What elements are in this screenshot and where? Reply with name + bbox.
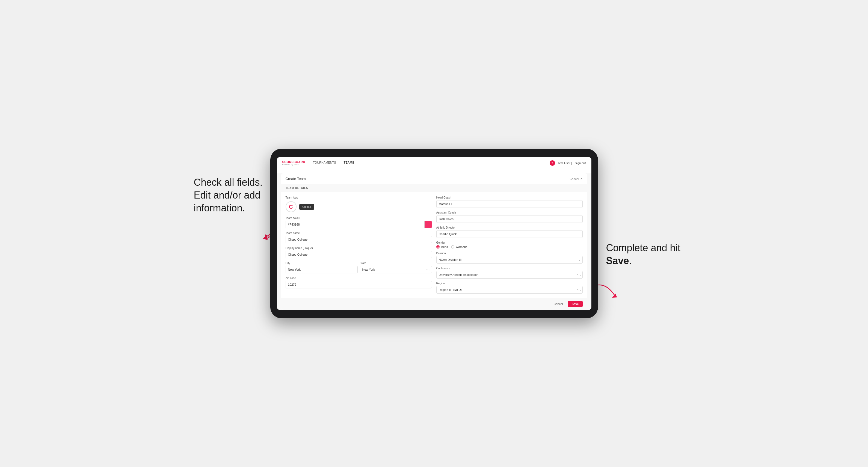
region-clear-icon[interactable]: ✕ [577, 288, 579, 291]
gender-mens-option[interactable]: Mens [436, 245, 448, 249]
asst-coach-input[interactable] [436, 215, 583, 223]
conference-label: Conference [436, 267, 583, 270]
logo: SCOREBOARD Powered by clippd [282, 160, 305, 165]
logo-area: C Upload [286, 201, 432, 212]
cancel-x-button[interactable]: Cancel ✕ [569, 177, 582, 181]
save-button[interactable]: Save [568, 301, 583, 307]
page-wrapper: Check all fields. Edit and/or add inform… [270, 149, 598, 318]
user-label: Test User | [558, 161, 572, 165]
colour-row [286, 221, 432, 228]
navbar: SCOREBOARD Powered by clippd TOURNAMENTS… [277, 157, 591, 169]
team-colour-input[interactable] [286, 221, 424, 228]
user-avatar: T [550, 160, 555, 166]
conference-icons: ✕ ⌄ [577, 273, 582, 276]
state-input[interactable] [360, 266, 432, 273]
state-icons: ✕ ⌄ [426, 268, 431, 271]
svg-marker-0 [263, 236, 268, 240]
team-name-label: Team name [286, 231, 432, 235]
display-name-label: Display name (unique) [286, 247, 432, 250]
display-name-group: Display name (unique) [286, 247, 432, 258]
nav-tournaments[interactable]: TOURNAMENTS [312, 161, 337, 165]
gender-womens-option[interactable]: Womens [451, 245, 467, 249]
right-column: Head Coach Assistant Coach Athletic Dire… [436, 196, 583, 293]
nav-links: TOURNAMENTS TEAMS [312, 161, 355, 165]
city-state-row: City State ✕ ⌄ [286, 261, 432, 273]
division-select-wrapper: NCAA Division III [436, 256, 583, 263]
head-coach-label: Head Coach [436, 196, 583, 199]
athletic-director-group: Athletic Director [436, 226, 583, 238]
create-team-form: Create Team Cancel ✕ TEAM DETAILS [281, 174, 587, 310]
team-colour-label: Team colour [286, 217, 432, 220]
state-select-wrapper: ✕ ⌄ [360, 266, 432, 273]
team-colour-group: Team colour [286, 217, 432, 228]
athletic-director-input[interactable] [436, 230, 583, 238]
gender-group: Gender Mens Womens [436, 241, 583, 249]
conference-select-wrapper: ✕ ⌄ [436, 271, 583, 279]
region-label: Region [436, 282, 583, 285]
division-group: Division NCAA Division III [436, 252, 583, 263]
head-coach-group: Head Coach [436, 196, 583, 208]
zip-input[interactable] [286, 281, 432, 288]
team-logo-group: Team logo C Upload [286, 196, 432, 213]
athletic-director-label: Athletic Director [436, 226, 583, 229]
state-label: State [360, 261, 432, 264]
zip-label: Zip code [286, 277, 432, 280]
form-footer: Cancel Save [281, 298, 587, 310]
zip-group: Zip code [286, 277, 432, 288]
form-body: Team logo C Upload Team colo [281, 192, 587, 298]
svg-marker-1 [612, 293, 617, 298]
navbar-left: SCOREBOARD Powered by clippd TOURNAMENTS… [282, 160, 355, 165]
annotation-right: Complete and hit Save. [606, 242, 683, 268]
conference-input[interactable] [436, 271, 583, 279]
conference-group: Conference ✕ ⌄ [436, 267, 583, 279]
region-group: Region ✕ ⌄ [436, 282, 583, 293]
gender-row: Mens Womens [436, 245, 583, 249]
region-chevron-icon: ⌄ [579, 288, 582, 291]
city-label: City [286, 261, 358, 264]
city-input[interactable] [286, 266, 358, 273]
tablet-device: SCOREBOARD Powered by clippd TOURNAMENTS… [270, 149, 598, 318]
main-content: Create Team Cancel ✕ TEAM DETAILS [277, 174, 591, 310]
team-logo-label: Team logo [286, 196, 432, 199]
team-name-input[interactable] [286, 236, 432, 243]
annotation-left: Check all fields. Edit and/or add inform… [194, 176, 265, 214]
asst-coach-label: Assistant Coach [436, 211, 583, 214]
colour-swatch[interactable] [424, 221, 432, 228]
division-select[interactable]: NCAA Division III [436, 256, 583, 263]
sign-out-link[interactable]: Sign out [575, 161, 586, 165]
asst-coach-group: Assistant Coach [436, 211, 583, 223]
display-name-input[interactable] [286, 251, 432, 258]
navbar-right: T Test User | Sign out [550, 160, 586, 166]
state-group: State ✕ ⌄ [360, 261, 432, 273]
region-icons: ✕ ⌄ [577, 288, 582, 291]
close-icon: ✕ [580, 177, 583, 181]
logo-circle: C [286, 201, 297, 212]
state-chevron-icon: ⌄ [429, 268, 431, 271]
conference-chevron-icon: ⌄ [579, 273, 582, 276]
mens-radio[interactable] [436, 245, 440, 249]
upload-button[interactable]: Upload [299, 204, 314, 210]
left-column: Team logo C Upload Team colo [286, 196, 432, 293]
city-group: City [286, 261, 358, 273]
womens-radio[interactable] [451, 245, 454, 249]
region-input[interactable] [436, 286, 583, 293]
tablet-screen: SCOREBOARD Powered by clippd TOURNAMENTS… [277, 157, 591, 310]
team-name-group: Team name [286, 231, 432, 243]
nav-teams[interactable]: TEAMS [343, 161, 355, 165]
cancel-button[interactable]: Cancel [551, 301, 566, 307]
form-header: Create Team Cancel ✕ [281, 174, 587, 184]
region-select-wrapper: ✕ ⌄ [436, 286, 583, 293]
gender-label: Gender [436, 241, 583, 244]
section-header: TEAM DETAILS [281, 184, 587, 192]
form-title: Create Team [286, 177, 306, 181]
state-clear-icon[interactable]: ✕ [426, 268, 428, 271]
division-label: Division [436, 252, 583, 255]
head-coach-input[interactable] [436, 200, 583, 208]
conference-clear-icon[interactable]: ✕ [577, 273, 579, 276]
